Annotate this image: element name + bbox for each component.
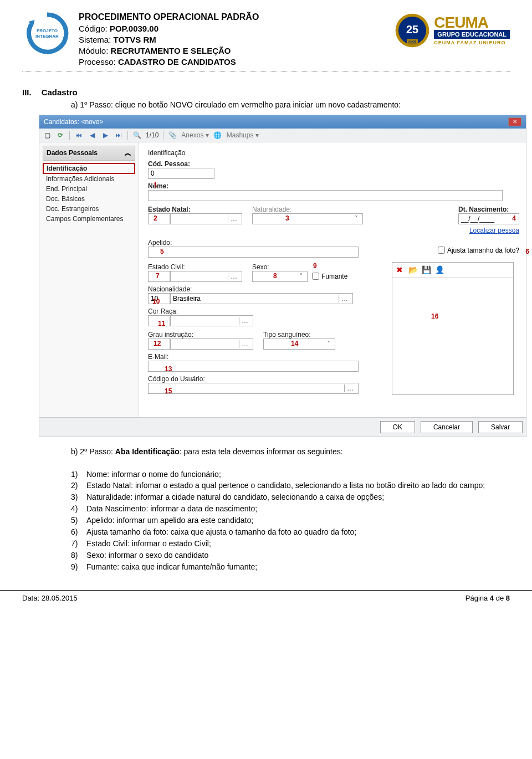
first-icon[interactable]: ⏮ <box>74 131 83 140</box>
annot-16: 16 <box>431 312 438 320</box>
photo-delete-icon[interactable]: ✖ <box>395 265 405 275</box>
separator <box>69 131 70 140</box>
photo-panel: ✖ 📂 💾 👤 16 <box>392 262 514 395</box>
field-estado-natal[interactable]: … <box>170 213 242 224</box>
annot-5: 5 <box>160 248 164 255</box>
label-grau-instrucao: Grau instrução: <box>148 331 253 339</box>
annot-15: 15 <box>165 387 172 395</box>
step-b: b) 2º Passo: Aba Identificação: para est… <box>71 447 510 456</box>
globe-icon[interactable]: 🌐 <box>213 131 222 140</box>
section-title: Cadastro <box>42 88 78 97</box>
sidebar-item-identificacao[interactable]: Identificação <box>43 163 135 174</box>
field-sexo[interactable]: ˅ <box>252 271 308 282</box>
photo-open-icon[interactable]: 📂 <box>408 265 418 275</box>
save-button[interactable]: Salvar <box>478 421 523 433</box>
svg-text:INTEGRAR: INTEGRAR <box>35 34 59 39</box>
separator <box>127 131 128 140</box>
label-nacionalidade: Nacionalidade: <box>148 285 382 293</box>
field-apelido[interactable] <box>148 247 359 258</box>
annot-10: 10 <box>152 298 160 305</box>
cancel-button[interactable]: Cancelar <box>421 421 473 433</box>
close-button[interactable]: ✕ <box>508 117 521 126</box>
next-icon[interactable]: ▶ <box>101 131 110 140</box>
annot-12: 12 <box>154 340 161 347</box>
field-email[interactable] <box>148 361 359 372</box>
field-grau[interactable]: … <box>170 339 253 350</box>
field-estado-civil[interactable]: … <box>170 271 242 282</box>
photo-user-icon[interactable]: 👤 <box>434 265 444 275</box>
field-estado-natal-cod[interactable] <box>148 213 170 224</box>
header-meta: PROCEDIMENTO OPERACIONAL PADRÃO Código: … <box>79 11 337 68</box>
svg-text:25: 25 <box>406 23 418 35</box>
ceuma-schools: CEUMA FAMAZ UNIEURO <box>434 40 510 45</box>
label-estado-natal: Estado Natal: <box>148 206 242 213</box>
form-panel: Identificação Cód. Pessoa: 0 Nome: 1 Est… <box>139 142 526 417</box>
field-cod-pessoa[interactable]: 0 <box>148 168 214 179</box>
prev-icon[interactable]: ◀ <box>88 131 96 140</box>
section-roman: III. <box>22 88 32 97</box>
separator <box>163 131 163 140</box>
mashups-menu[interactable]: Mashups ▾ <box>227 131 259 139</box>
field-cor-raca[interactable]: … <box>170 315 253 326</box>
field-nome[interactable] <box>148 190 503 201</box>
window-title: Candidatos: <novo> <box>44 118 103 126</box>
last-icon[interactable]: ⏭ <box>114 131 123 140</box>
field-naturalidade[interactable]: ˅ <box>252 213 363 224</box>
annot-2: 2 <box>154 214 157 222</box>
ceuma-subtitle: GRUPO EDUCACIONAL <box>434 30 510 39</box>
pager-text: 1/10 <box>146 131 158 139</box>
logo-projeto-integrar: PROJETO INTEGRAR <box>22 11 72 55</box>
attach-icon[interactable]: 📎 <box>168 131 177 140</box>
annot-3: 3 <box>285 214 289 222</box>
field-nacionalidade[interactable]: Brasileira… <box>170 293 353 304</box>
field-cod-usuario[interactable]: … <box>148 383 359 394</box>
label-dt-nascimento: Dt. Nascimento: <box>458 206 519 213</box>
label-cor-raca: Cor Raça: <box>148 307 382 315</box>
sidebar-item-end-principal[interactable]: End. Principal <box>43 184 135 194</box>
sidebar-item-doc-estrangeiros[interactable]: Doc. Estrangeiros <box>43 204 135 214</box>
sidebar-item-info-adicionais[interactable]: Informações Adicionais <box>43 174 135 184</box>
annot-7: 7 <box>156 272 160 280</box>
collapse-icon: ︽ <box>125 148 131 158</box>
toolbar: ▢ ⟳ ⏮ ◀ ▶ ⏭ 🔍 1/10 📎 Anexos ▾ 🌐 Mashups … <box>39 129 526 142</box>
label-identificacao: Identificação <box>148 149 519 157</box>
ceuma-brand: CEUMA <box>434 16 510 29</box>
sidebar: Dados Pessoais ︽ Identificação Informaçõ… <box>39 142 139 417</box>
link-localizar-pessoa[interactable]: Localizar pessoa <box>469 227 519 234</box>
annot-4: 4 <box>512 214 516 222</box>
annot-11: 11 <box>158 320 165 327</box>
label-naturalidade: Naturalidade: <box>252 206 363 213</box>
sidebar-item-campos-complementares[interactable]: Campos Complementares <box>43 214 135 224</box>
annot-14: 14 <box>291 340 298 347</box>
annot-8: 8 <box>273 272 277 280</box>
anexos-menu[interactable]: Anexos ▾ <box>181 131 208 139</box>
sidebar-header[interactable]: Dados Pessoais ︽ <box>43 146 135 161</box>
label-nome: Nome: <box>148 182 519 190</box>
label-estado-civil: Estado Civil: <box>148 263 242 271</box>
find-icon[interactable]: 🔍 <box>132 131 141 140</box>
refresh-icon[interactable]: ⟳ <box>56 131 65 140</box>
annot-6: 6 <box>525 248 529 255</box>
sidebar-item-doc-basicos[interactable]: Doc. Básicos <box>43 194 135 204</box>
label-tipo-sanguineo: Tipo sanguíneo: <box>263 331 335 339</box>
instruction-list: 1)Nome: informar o nome do funcionário; … <box>71 469 510 572</box>
ok-button[interactable]: OK <box>380 421 415 433</box>
annot-13: 13 <box>165 365 172 373</box>
svg-text:ANOS: ANOS <box>408 40 417 43</box>
svg-text:PROJETO: PROJETO <box>37 28 58 33</box>
checkbox-fumante[interactable]: Fumante <box>312 273 347 280</box>
label-email: E-Mail: <box>148 353 382 361</box>
label-sexo: Sexo: <box>252 263 347 271</box>
field-dt-nascimento[interactable]: __/__/____ <box>458 213 519 224</box>
label-cod-pessoa: Cód. Pessoa: <box>148 160 519 168</box>
step-a: a) 1º Passo: clique no botão NOVO circul… <box>71 100 510 109</box>
document-header: PROJETO INTEGRAR PROCEDIMENTO OPERACIONA… <box>22 11 510 72</box>
new-icon[interactable]: ▢ <box>43 131 52 140</box>
label-apelido: Apelido: <box>148 239 428 247</box>
logo-ceuma: 25 ANOS CEUMA GRUPO EDUCACIONAL CEUMA FA… <box>344 11 510 50</box>
checkbox-ajusta-foto[interactable]: Ajusta tamanho da foto? <box>438 247 519 254</box>
photo-save-icon[interactable]: 💾 <box>421 265 431 275</box>
field-tipo-sanguineo[interactable]: ˅ <box>263 339 335 350</box>
window-titlebar: Candidatos: <novo> ✕ <box>39 115 526 129</box>
annot-9: 9 <box>313 262 317 270</box>
